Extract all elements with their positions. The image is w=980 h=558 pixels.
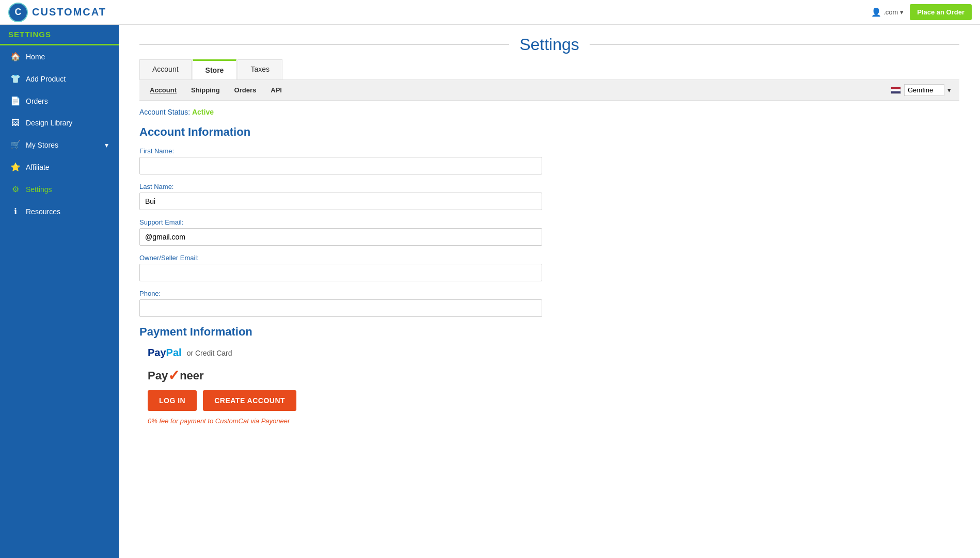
sidebar-item-my-stores[interactable]: 🛒 My Stores ▾: [0, 134, 119, 156]
title-line-left: [139, 44, 509, 45]
settings-icon: ⚙: [10, 184, 21, 194]
payment-section: Payment Information PayPal or Credit Car…: [139, 325, 959, 425]
last-name-label: Last Name:: [139, 183, 959, 190]
payment-info-title: Payment Information: [139, 325, 959, 339]
owner-email-group: Owner/Seller Email:: [139, 254, 959, 281]
store-flag-icon: [891, 87, 901, 94]
tab-taxes[interactable]: Taxes: [238, 59, 282, 79]
title-line-right: [590, 44, 959, 45]
store-dropdown-arrow: ▾: [947, 86, 951, 94]
payoneer-text-pay: Pay: [148, 369, 168, 382]
tab-store[interactable]: Store: [193, 59, 237, 79]
owner-email-input[interactable]: [139, 264, 542, 281]
support-email-group: Support Email:: [139, 218, 959, 246]
payment-buttons: LOG IN CREATE ACCOUNT: [148, 390, 959, 411]
payoneer-logo: Pay ✓ neer: [148, 367, 959, 384]
phone-label: Phone:: [139, 290, 959, 297]
sidebar-item-orders-label: Orders: [26, 97, 48, 105]
paypal-logo: PayPal: [148, 347, 182, 359]
last-name-input[interactable]: [139, 193, 542, 210]
sidebar-item-home[interactable]: 🏠 Home: [0, 45, 119, 68]
sidebar-item-orders[interactable]: 📄 Orders: [0, 90, 119, 112]
main-content: Settings Account Store Taxes Account Shi…: [119, 25, 980, 558]
sidebar-item-design-library-label: Design Library: [26, 119, 72, 127]
sidebar-header: SETTINGS: [0, 25, 119, 45]
account-status-label: Account Status:: [139, 108, 190, 116]
first-name-group: First Name:: [139, 147, 959, 174]
design-icon: 🖼: [10, 118, 21, 127]
orders-icon: 📄: [10, 96, 21, 106]
payoneer-check-icon: ✓: [168, 367, 180, 384]
support-email-input[interactable]: [139, 228, 542, 246]
page-title-section: Settings: [139, 25, 959, 59]
sub-tabs-row: Account Shipping Orders API Gemfine ▾: [139, 80, 959, 101]
sub-tab-orders[interactable]: Orders: [232, 85, 259, 95]
stores-icon: 🛒: [10, 140, 21, 150]
payoneer-section: Pay ✓ neer LOG IN CREATE ACCOUNT 0% fee …: [139, 367, 959, 425]
account-status-value: Active: [192, 108, 214, 116]
payment-or-text: or Credit Card: [187, 349, 232, 357]
main-layout: SETTINGS 🏠 Home 👕 Add Product 📄 Orders 🖼…: [0, 25, 980, 558]
logo-area: C CUSTOMCAT: [8, 3, 106, 22]
owner-email-label: Owner/Seller Email:: [139, 254, 959, 262]
sidebar-item-add-product-label: Add Product: [26, 75, 66, 83]
sidebar-item-affiliate[interactable]: ⭐ Affiliate: [0, 156, 119, 178]
logo-icon: C: [8, 3, 28, 22]
sidebar-header-text: SETTINGS: [8, 30, 51, 39]
payoneer-create-button[interactable]: CREATE ACCOUNT: [203, 390, 296, 411]
place-order-button[interactable]: Place an Order: [910, 4, 972, 20]
stores-arrow-icon: ▾: [105, 141, 108, 149]
sidebar-item-my-stores-label: My Stores: [26, 141, 58, 149]
sidebar-item-settings-label: Settings: [26, 185, 52, 194]
paypal-row: PayPal or Credit Card: [139, 347, 959, 359]
user-email: .com: [883, 8, 898, 16]
account-info-title: Account Information: [139, 125, 959, 139]
store-selector[interactable]: Gemfine ▾: [891, 84, 951, 96]
payoneer-text-neer: neer: [180, 369, 203, 382]
sidebar-item-affiliate-label: Affiliate: [26, 163, 50, 171]
sidebar-item-design-library[interactable]: 🖼 Design Library: [0, 112, 119, 134]
sub-tab-shipping[interactable]: Shipping: [189, 85, 222, 95]
first-name-input[interactable]: [139, 157, 542, 174]
page-title: Settings: [519, 35, 579, 54]
top-right-area: 👤 .com ▾ Place an Order: [871, 4, 972, 20]
first-name-label: First Name:: [139, 147, 959, 155]
sub-tab-api[interactable]: API: [268, 85, 284, 95]
paypal-p1: Pay: [148, 347, 166, 358]
sub-tab-account[interactable]: Account: [148, 85, 179, 95]
paypal-p2: Pal: [166, 347, 182, 358]
user-area[interactable]: 👤 .com ▾: [871, 7, 904, 17]
phone-input[interactable]: [139, 299, 542, 317]
sidebar: SETTINGS 🏠 Home 👕 Add Product 📄 Orders 🖼…: [0, 25, 119, 558]
sidebar-item-home-label: Home: [26, 53, 45, 61]
payoneer-login-button[interactable]: LOG IN: [148, 390, 197, 411]
dropdown-arrow-icon: ▾: [900, 8, 904, 16]
affiliate-icon: ⭐: [10, 162, 21, 172]
user-icon: 👤: [871, 7, 881, 17]
home-icon: 🏠: [10, 52, 21, 61]
sub-tabs-left: Account Shipping Orders API: [148, 85, 284, 95]
payoneer-note: 0% fee for payment to CustomCat via Payo…: [148, 417, 959, 425]
logo-text: CUSTOMCAT: [32, 6, 106, 18]
sidebar-item-add-product[interactable]: 👕 Add Product: [0, 68, 119, 90]
tab-account[interactable]: Account: [139, 59, 192, 79]
shirt-icon: 👕: [10, 74, 21, 84]
store-select-dropdown[interactable]: Gemfine: [904, 84, 944, 96]
sidebar-item-resources[interactable]: ℹ Resources: [0, 200, 119, 222]
top-nav: C CUSTOMCAT 👤 .com ▾ Place an Order: [0, 0, 980, 25]
resources-icon: ℹ: [10, 206, 21, 216]
sidebar-item-settings[interactable]: ⚙ Settings: [0, 178, 119, 200]
account-status-row: Account Status: Active: [139, 101, 959, 120]
support-email-label: Support Email:: [139, 218, 959, 226]
sidebar-item-resources-label: Resources: [26, 208, 60, 216]
last-name-group: Last Name:: [139, 183, 959, 210]
main-tabs: Account Store Taxes: [139, 59, 959, 80]
phone-group: Phone:: [139, 290, 959, 317]
